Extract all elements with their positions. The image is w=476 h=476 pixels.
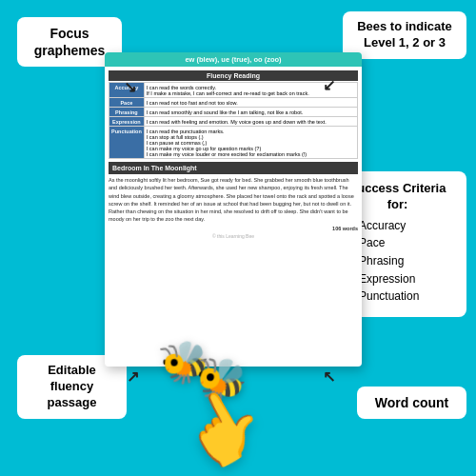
- row-text-punctuation: I can read the punctuation marks. I can …: [144, 127, 357, 159]
- fluency-title: Fluency Reading: [109, 70, 358, 81]
- hand-pointer-icon: 👆: [167, 373, 277, 476]
- row-label-pace: Pace: [109, 98, 145, 108]
- criteria-punctuation: Punctuation: [359, 289, 453, 305]
- word-count-badge: 106 words: [109, 226, 358, 231]
- arrow-editable: ↗: [127, 367, 139, 386]
- passage-text: As the moonlight softly lit her bedroom,…: [109, 176, 358, 224]
- table-row: Expression I can read with feeling and e…: [109, 117, 358, 127]
- table-row: Pace I can read not too fast and not too…: [109, 98, 358, 108]
- row-label-phrasing: Phrasing: [109, 108, 145, 117]
- arrow-focus: ↘: [124, 78, 136, 96]
- criteria-phrasing: Phrasing: [359, 254, 453, 269]
- grapheme-header: ew (blew), ue (true), oo (zoo): [105, 52, 362, 67]
- document-card: ew (blew), ue (true), oo (zoo) Fluency R…: [105, 52, 362, 367]
- fluency-table: Accuracy I can read the words correctly.…: [109, 82, 358, 159]
- table-row: Phrasing I can read smoothly and sound l…: [109, 108, 358, 117]
- criteria-expression: Expression: [359, 272, 453, 288]
- bees-indicate-label: Bees to indicate Level 1, 2 or 3: [343, 11, 466, 59]
- row-text-pace: I can read not too fast and not too slow…: [144, 98, 357, 108]
- row-label-expression: Expression: [109, 117, 145, 127]
- row-text-expression: I can read with feeling and emotion. My …: [144, 117, 357, 127]
- row-label-punctuation: Punctuation: [109, 127, 145, 159]
- copyright-text: © this Learning Bee: [105, 233, 362, 239]
- table-row: Punctuation I can read the punctuation m…: [109, 127, 358, 159]
- arrow-wordcount: ↖: [323, 367, 335, 386]
- row-text-phrasing: I can read smoothly and sound like the I…: [144, 108, 357, 117]
- criteria-pace: Pace: [359, 236, 453, 251]
- fluency-section: Fluency Reading Accuracy I can read the …: [109, 70, 358, 159]
- criteria-accuracy: Accuracy: [359, 219, 453, 234]
- table-row: Accuracy I can read the words correctly.…: [109, 83, 358, 98]
- passage-title: Bedroom In The Moonlight: [109, 162, 358, 174]
- word-count-label: Word count: [357, 387, 466, 419]
- arrow-bees: ↙: [323, 76, 335, 94]
